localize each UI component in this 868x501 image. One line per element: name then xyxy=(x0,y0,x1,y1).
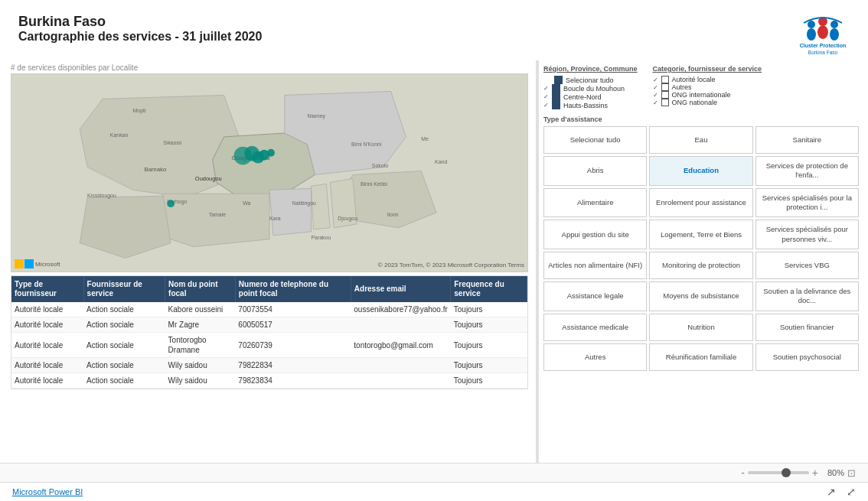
share-icon[interactable]: ↗ xyxy=(827,486,836,498)
table-cell: Toujours xyxy=(451,333,527,358)
bing-label: Microsoft Bing xyxy=(15,259,60,268)
assistance-grid-cell[interactable]: Soutien a la delivrance des doc... xyxy=(755,281,859,311)
table-cell: 79822834 xyxy=(235,358,351,373)
svg-text:Kand: Kand xyxy=(435,159,447,164)
table-cell: Autorité locale xyxy=(11,317,83,333)
assistance-grid-cell[interactable]: Soutien psychosocial xyxy=(755,343,859,371)
filters-row: Région, Province, Commune Selecionar tud… xyxy=(543,65,859,109)
table-header: Type de fournisseurFournisseur de servic… xyxy=(11,276,527,302)
table-cell: oussenikabore77@yahoo.fr xyxy=(351,302,450,317)
map-svg: Bamako Ouagadougou Sikasso Kankan Kissid… xyxy=(11,74,527,272)
region-filter-item[interactable]: ✓ Centre-Nord xyxy=(543,93,638,101)
table-cell: Action sociale xyxy=(83,302,165,317)
table-cell: Autorité locale xyxy=(11,358,83,373)
assistance-grid-cell[interactable]: Alimentaire xyxy=(543,188,647,218)
region-filter-item[interactable]: ✓ Boucle du Mouhoun xyxy=(543,84,638,93)
assistance-grid-cell[interactable]: Abris xyxy=(543,156,647,186)
table-row[interactable]: Autorité localeAction socialeMr Zagre600… xyxy=(11,317,527,333)
assistance-grid-cell[interactable]: Logement, Terre et Biens xyxy=(649,220,752,249)
table-row[interactable]: Autorité localeAction socialeTontorogbo … xyxy=(11,333,527,358)
footer-icons: ↗ ⤢ xyxy=(827,486,856,498)
zoom-plus[interactable]: + xyxy=(812,467,818,479)
zoom-slider[interactable] xyxy=(748,471,809,474)
svg-point-35 xyxy=(167,200,175,207)
category-filter-item[interactable]: ✓ ONG nationale xyxy=(653,99,762,106)
assistance-grid-cell[interactable]: Autres xyxy=(543,343,647,371)
chevron-icon: ✓ xyxy=(653,99,658,106)
data-table[interactable]: Type de fournisseurFournisseur de servic… xyxy=(11,275,528,389)
filter-item-label: Autres xyxy=(672,83,692,91)
table-cell: Toujours xyxy=(451,302,527,317)
svg-text:Niamey: Niamey xyxy=(308,113,326,119)
table-cell: Toujours xyxy=(451,317,527,333)
chevron-icon: ✓ xyxy=(543,85,549,92)
region-filter-group: Région, Province, Commune Selecionar tud… xyxy=(543,65,638,109)
checkbox-icon[interactable] xyxy=(661,83,669,91)
svg-text:Sikasso: Sikasso xyxy=(163,140,181,145)
assistance-grid-cell[interactable]: Articles non alimentaire (NFI) xyxy=(543,252,647,279)
table-cell: 70073554 xyxy=(235,302,351,317)
table-cell: Action sociale xyxy=(83,358,165,373)
table-cell: Tontorogbo Dramane xyxy=(165,333,236,358)
zoom-thumb[interactable] xyxy=(782,468,791,477)
assistance-grid-cell[interactable]: Appui gestion du site xyxy=(543,220,647,249)
svg-text:Bimi N'Konni: Bimi N'Konni xyxy=(351,142,382,147)
assistance-grid-cell[interactable]: Monitoring de protection xyxy=(649,252,752,279)
assistance-grid-cell[interactable]: Soutien financier xyxy=(755,314,859,341)
assistance-label: Type d'assistance xyxy=(543,115,859,123)
filter-item-label: Centre-Nord xyxy=(563,93,602,101)
category-filter-item[interactable]: ✓ Autorité locale xyxy=(653,76,762,83)
map-container[interactable]: Bamako Ouagadougou Sikasso Kankan Kissid… xyxy=(11,73,528,272)
table-cell xyxy=(351,317,450,333)
zoom-percent: 80% xyxy=(821,468,844,477)
table-cell: 70260739 xyxy=(235,333,351,358)
svg-text:Wa: Wa xyxy=(243,200,250,206)
table-row[interactable]: Autorité localeAction socialeKabore ouss… xyxy=(11,302,527,317)
checkbox-icon[interactable] xyxy=(661,99,669,106)
table-header-cell: Nom du point focal xyxy=(165,276,236,302)
table-header-cell: Numero de telephone du point focal xyxy=(235,276,351,302)
assistance-grid-cell[interactable]: Selecionar tudo xyxy=(543,126,647,154)
svg-point-34 xyxy=(267,149,275,157)
table-row[interactable]: Autorité localeAction socialeWily saidou… xyxy=(11,358,527,373)
chevron-icon: ✓ xyxy=(543,93,549,100)
table-row[interactable]: Autorité localeAction socialeWily saidou… xyxy=(11,373,527,389)
assistance-grid-cell[interactable]: Enrolement pour assistance xyxy=(649,188,752,218)
assistance-grid-cell[interactable]: Assistance medicale xyxy=(543,314,647,341)
table-cell: Mr Zagre xyxy=(165,317,236,333)
svg-text:Burkina Faso: Burkina Faso xyxy=(808,50,838,55)
svg-text:Mopti: Mopti xyxy=(133,108,146,114)
assistance-grid-cell[interactable]: Services spécialisés pour la protection … xyxy=(755,188,859,218)
region-filter-item[interactable]: ✓ Hauts-Bassins xyxy=(543,101,638,109)
title-line2: Cartographie des services - 31 juillet 2… xyxy=(18,30,262,44)
zoom-minus[interactable]: - xyxy=(741,467,745,479)
bing-logo: Microsoft Bing xyxy=(15,259,60,268)
assistance-grid-cell[interactable]: Sanitaire xyxy=(755,126,859,154)
category-filter-group: Categorie, fournisseur de service ✓ Auto… xyxy=(653,65,762,109)
fit-icon[interactable]: ⊡ xyxy=(847,467,856,479)
power-bi-link[interactable]: Microsoft Power BI xyxy=(12,487,83,496)
assistance-grid-cell[interactable]: Services VBG xyxy=(755,252,859,279)
main-container: Burkina Faso Cartographie des services -… xyxy=(0,0,868,501)
region-filter-item[interactable]: Selecionar tudo xyxy=(543,76,638,84)
zoom-control: - + 80% ⊡ xyxy=(741,467,856,479)
assistance-grid-cell[interactable]: Assistance legale xyxy=(543,281,647,311)
svg-text:Kara: Kara xyxy=(269,216,281,221)
color-swatch xyxy=(552,84,560,93)
assistance-grid-cell[interactable]: Nutrition xyxy=(649,314,752,341)
svg-text:Tamale: Tamale xyxy=(209,212,226,217)
category-filter-item[interactable]: ✓ Autres xyxy=(653,83,762,91)
assistance-grid-cell[interactable]: Eau xyxy=(649,126,752,154)
assistance-grid-cell[interactable]: Education xyxy=(649,156,752,186)
assistance-grid-cell[interactable]: Réunification familiale xyxy=(649,343,752,371)
table-header-cell: Frequence du service xyxy=(451,276,527,302)
assistance-grid-cell[interactable]: Moyens de subsistance xyxy=(649,281,752,311)
assistance-grid-cell[interactable]: Services de protection de l'enfa... xyxy=(755,156,859,186)
svg-text:Bamako: Bamako xyxy=(144,166,167,173)
assistance-grid-cell[interactable]: Services spécialisés pour personnes viv.… xyxy=(755,220,859,249)
expand-icon[interactable]: ⤢ xyxy=(847,486,856,498)
checkbox-icon[interactable] xyxy=(661,91,669,99)
map-background: Bamako Ouagadougou Sikasso Kankan Kissid… xyxy=(11,74,527,272)
checkbox-icon[interactable] xyxy=(661,76,669,83)
category-filter-item[interactable]: ✓ ONG internationale xyxy=(653,91,762,99)
